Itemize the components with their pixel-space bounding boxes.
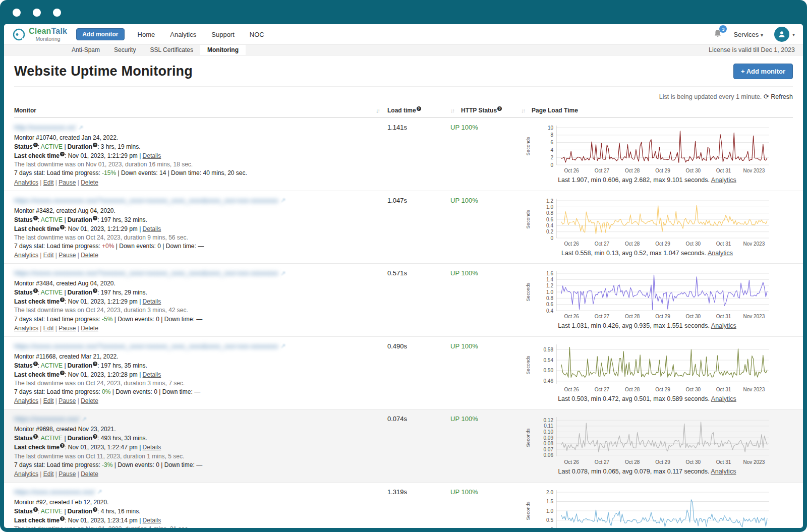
subtab-ssl-certificates[interactable]: SSL Certificates [143,45,200,55]
monitor-url-link[interactable]: https://xxxxxxxxx.xxx/ ↗ [14,415,87,423]
subtab-monitoring[interactable]: Monitoring [200,45,246,55]
monitor-url-link[interactable]: http://xxxxxxxxxx.xx/ ↗ [14,124,83,131]
chart-stats-text: Last 0.078, min 0.065, avg 0.079, max 0.… [558,468,710,475]
info-icon[interactable]: ? [93,507,97,512]
details-link[interactable]: Details [143,444,161,451]
monitor-url-link[interactable]: https://xxxx.xxxxxxxxx.xxx/ ↗ [14,488,102,496]
svg-text:2: 2 [550,155,553,160]
edit-link[interactable]: Edit [43,470,54,478]
info-icon[interactable]: ? [33,288,38,293]
delete-link[interactable]: Delete [81,325,98,332]
delete-link[interactable]: Delete [81,397,98,404]
delete-link[interactable]: Delete [81,470,98,478]
nav-item-home[interactable]: Home [138,31,155,38]
info-icon[interactable]: ? [60,371,65,375]
add-monitor-button-header[interactable]: Add monitor [76,28,124,40]
load-time-value: 1.047s [387,197,450,259]
subtab-security[interactable]: Security [107,45,143,55]
chart-stats-text: Last 1.031, min 0.426, avg 0.935, max 1.… [558,322,710,329]
edit-link[interactable]: Edit [43,325,54,332]
info-icon[interactable]: ? [33,434,38,439]
info-icon[interactable]: ? [93,434,97,439]
delete-link[interactable]: Delete [81,179,98,186]
sort-icon[interactable]: ↓↑ [450,107,454,113]
monitor-row: https://xxxxx.xxxxxxxxx.xxx/?xxxxxxx_xxx… [4,264,803,337]
svg-text:0.4: 0.4 [546,222,553,228]
monitor-url-link[interactable]: https://xxxxx.xxxxxxxxx.xxx/?xxxxxxx_xxx… [14,342,286,350]
svg-text:Oct 28: Oct 28 [625,459,640,465]
cleantalk-logo[interactable]: CleanTalk Monitoring [12,27,67,42]
chart-caption: Last 0.503, min 0.472, avg 0.501, max 0.… [521,395,773,402]
analytics-link[interactable]: Analytics [14,252,38,259]
info-icon[interactable]: ? [417,106,421,111]
monitor-downtime: The last downtime was on Oct 24, 2023, d… [14,307,377,314]
details-link[interactable]: Details [143,517,161,524]
pause-link[interactable]: Pause [59,397,76,404]
info-icon[interactable]: ? [33,143,38,147]
monitor-duration-value: 197 hrs, 32 mins. [101,216,147,223]
analytics-link[interactable]: Analytics [711,468,736,475]
subtab-anti-spam[interactable]: Anti-Spam [65,45,107,55]
monitor-url-link[interactable]: https://xxxxx.xxxxxxxxx.xxx/?xxxxxxx_xxx… [14,269,286,277]
refresh-button[interactable]: ⟳ Refresh [764,93,793,100]
info-icon[interactable]: ? [33,216,38,220]
monitor-url-text: https://xxxxx.xxxxxxxxx.xxx/?xxxxxxx_xxx… [14,342,278,350]
info-icon[interactable]: ? [60,443,65,448]
analytics-link[interactable]: Analytics [711,322,736,329]
info-icon[interactable]: ? [60,298,65,302]
services-menu[interactable]: Services ▾ [733,31,763,38]
details-link[interactable]: Details [143,298,161,305]
pause-link[interactable]: Pause [59,252,76,259]
avatar [774,27,789,42]
license-note: License is valid till Dec 1, 2023 [709,45,795,55]
info-icon[interactable]: ? [93,362,97,366]
info-icon[interactable]: ? [60,152,65,156]
analytics-link[interactable]: Analytics [14,179,38,186]
user-menu[interactable]: ▾ [774,27,795,42]
nav-item-support[interactable]: Support [211,31,235,38]
progress-value: -3% [102,461,112,468]
analytics-link[interactable]: Analytics [14,325,38,332]
analytics-link[interactable]: Analytics [711,395,736,402]
sort-icon[interactable]: ↓↑ [521,107,525,113]
add-monitor-button[interactable]: + Add monitor [733,64,793,79]
info-icon[interactable]: ? [93,216,97,220]
details-link[interactable]: Details [143,371,161,378]
edit-link[interactable]: Edit [43,179,54,186]
analytics-link[interactable]: Analytics [708,250,733,257]
info-icon[interactable]: ? [60,225,65,229]
details-link[interactable]: Details [143,225,161,232]
window-control-dot[interactable] [33,9,41,17]
info-icon[interactable]: ? [93,288,97,293]
pause-link[interactable]: Pause [59,470,76,478]
edit-link[interactable]: Edit [43,252,54,259]
analytics-link[interactable]: Analytics [711,176,736,184]
nav-item-analytics[interactable]: Analytics [170,31,196,38]
analytics-link[interactable]: Analytics [14,397,38,404]
info-icon[interactable]: ? [60,516,65,521]
sort-icon[interactable]: ↓↑ [376,107,379,113]
nav-item-noc[interactable]: NOC [250,31,264,38]
plus-icon: + [741,68,745,75]
pause-link[interactable]: Pause [59,179,76,186]
pause-link[interactable]: Pause [59,325,76,332]
delete-link[interactable]: Delete [81,252,98,259]
edit-link[interactable]: Edit [43,397,54,404]
monitor-url-text: https://xxxx.xxxxxxxxx.xxx/ [14,488,95,496]
analytics-link[interactable]: Analytics [14,470,38,478]
info-icon[interactable]: ? [497,106,502,111]
window-control-dot[interactable] [53,9,61,17]
window-control-dot[interactable] [13,9,21,17]
info-icon[interactable]: ? [93,143,97,147]
svg-text:Oct 26: Oct 26 [564,314,579,319]
svg-text:Oct 27: Oct 27 [595,459,610,465]
external-link-icon: ↗ [281,270,286,277]
monitor-url-link[interactable]: https://xxxxx.xxxxxxxxx.xxx/?xxxxxxx_xxx… [14,197,286,204]
page-load-chart: 0.060.070.080.090.100.110.12SecondsOct 2… [521,415,773,467]
details-link[interactable]: Details [143,152,161,159]
progress-value: +0% [102,243,114,250]
info-icon[interactable]: ? [33,507,38,512]
refresh-row: List is being updated every 1 minute. ⟳ … [14,93,793,100]
info-icon[interactable]: ? [33,362,38,366]
notifications-bell[interactable]: 3 [713,29,722,40]
